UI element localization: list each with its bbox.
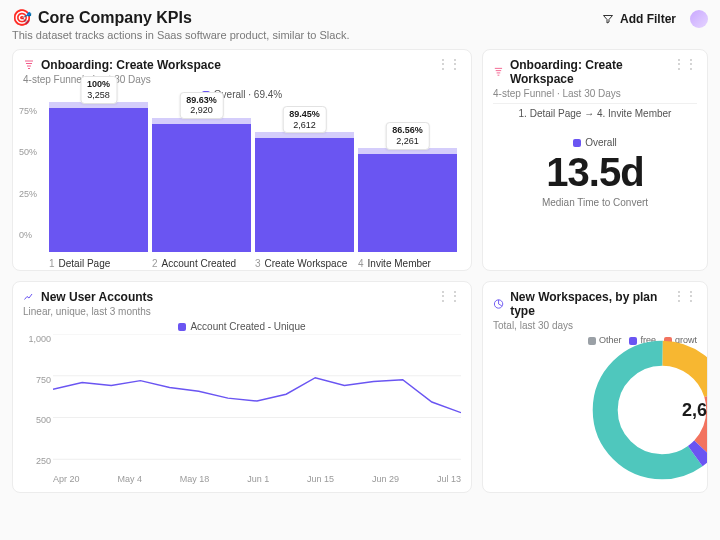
drag-handle-icon[interactable]: ⋮⋮ bbox=[437, 290, 461, 302]
avatar[interactable] bbox=[690, 10, 708, 28]
drag-handle-icon[interactable]: ⋮⋮ bbox=[673, 290, 697, 302]
pie-chart-icon bbox=[493, 298, 504, 310]
donut-center-value: 2,6 bbox=[682, 400, 707, 421]
line-chart: 1,000 750 500 250 Apr 20 May 4 May 18 J bbox=[23, 334, 461, 484]
donut-card: New Workspaces, by plan type Total, last… bbox=[482, 281, 708, 493]
funnel-chart: 100%3,258 89.63%2,920 89.45%2,612 86.56%… bbox=[23, 102, 461, 252]
add-filter-button[interactable]: Add Filter bbox=[596, 8, 682, 30]
line-chart-icon bbox=[23, 291, 35, 303]
target-icon: 🎯 bbox=[12, 8, 32, 27]
card-title: New User Accounts bbox=[41, 290, 153, 304]
line-card: New User Accounts Linear, unique, last 3… bbox=[12, 281, 472, 493]
ttc-path: 1. Detail Page → 4. Invite Member bbox=[493, 103, 697, 123]
card-subtitle: Total, last 30 days bbox=[493, 320, 673, 331]
funnel-icon bbox=[23, 59, 35, 71]
donut-chart: Other free growt 2,6 bbox=[493, 335, 697, 485]
card-title: Onboarding: Create Workspace bbox=[41, 58, 221, 72]
page-subtitle: This dataset tracks actions in Saas soft… bbox=[12, 29, 349, 41]
line-legend: Account Created - Unique bbox=[23, 321, 461, 332]
funnel-y-axis: 75% 50% 25% 0% bbox=[19, 106, 37, 240]
ttc-legend: Overall bbox=[493, 137, 697, 148]
funnel-icon bbox=[493, 66, 504, 78]
card-subtitle: 4-step Funnel · Last 30 Days bbox=[493, 88, 673, 99]
ttc-caption: Median Time to Convert bbox=[493, 197, 697, 208]
ttc-value: 13.5d bbox=[493, 150, 697, 195]
filter-icon bbox=[602, 13, 614, 25]
card-subtitle: 4-step Funnel · Last 30 Days bbox=[23, 74, 221, 85]
ttc-card: Onboarding: Create Workspace 4-step Funn… bbox=[482, 49, 708, 271]
card-title: Onboarding: Create Workspace bbox=[510, 58, 673, 86]
card-title: New Workspaces, by plan type bbox=[510, 290, 673, 318]
line-plot bbox=[53, 334, 461, 460]
drag-handle-icon[interactable]: ⋮⋮ bbox=[437, 58, 461, 70]
card-subtitle: Linear, unique, last 3 months bbox=[23, 306, 153, 317]
funnel-x-axis: 1Detail Page 2Account Created 3Create Wo… bbox=[23, 252, 461, 271]
drag-handle-icon[interactable]: ⋮⋮ bbox=[673, 58, 697, 70]
funnel-card: Onboarding: Create Workspace 4-step Funn… bbox=[12, 49, 472, 271]
line-y-axis: 1,000 750 500 250 bbox=[23, 334, 51, 466]
line-x-axis: Apr 20 May 4 May 18 Jun 1 Jun 15 Jun 29 … bbox=[53, 474, 461, 484]
page-title: 🎯 Core Company KPIs bbox=[12, 8, 349, 27]
